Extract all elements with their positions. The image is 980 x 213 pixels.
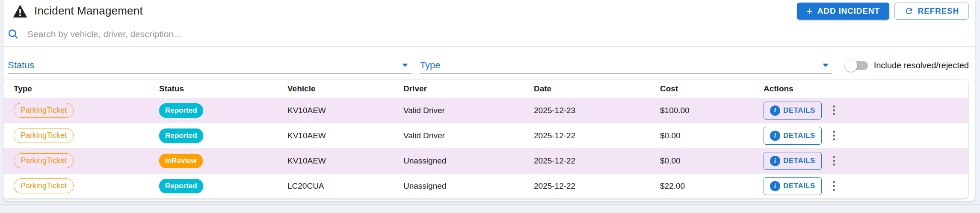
column-header-date: Date — [534, 80, 660, 98]
column-header-type: Type — [3, 80, 159, 98]
refresh-button[interactable]: REFRESH — [894, 3, 969, 20]
info-icon: i — [770, 105, 780, 116]
row-menu-kebab-icon[interactable] — [831, 104, 837, 117]
date-cell: 2025-12-23 — [534, 98, 660, 123]
date-cell: 2025-12-22 — [534, 148, 660, 173]
incident-type-chip: ParkingTicket — [14, 103, 74, 118]
details-button[interactable]: i DETAILS — [764, 102, 822, 120]
date-cell: 2025-12-22 — [534, 123, 660, 148]
row-menu-kebab-icon[interactable] — [831, 129, 837, 142]
add-incident-label: ADD INCIDENT — [817, 6, 880, 16]
type-filter-label: Type — [420, 60, 441, 71]
actions-cell: i DETAILS — [764, 173, 968, 198]
include-resolved-toggle[interactable] — [846, 61, 868, 70]
table-header-row: Type Status Vehicle Driver Date Cost Act… — [3, 80, 968, 98]
date-cell: 2025-12-22 — [534, 173, 660, 198]
vehicle-cell: KV10AEW — [287, 123, 403, 148]
vehicle-cell: LC20CUA — [287, 173, 403, 198]
chevron-down-icon — [823, 64, 829, 67]
status-badge: InReview — [159, 154, 203, 168]
vehicle-cell: KV10AEW — [287, 148, 403, 173]
details-label: DETAILS — [783, 182, 815, 190]
incident-table-card: Type Status Vehicle Driver Date Cost Act… — [3, 80, 968, 198]
driver-cell: Unassigned — [403, 173, 534, 198]
status-cell: InReview — [159, 148, 287, 173]
type-cell: ParkingTicket — [3, 123, 159, 148]
search-icon — [8, 29, 19, 40]
column-header-actions: Actions — [764, 80, 968, 98]
plus-icon: + — [806, 6, 813, 17]
page-title: Incident Management — [34, 4, 143, 18]
include-resolved-toggle-group: Include resolved/rejected — [846, 57, 969, 74]
type-cell: ParkingTicket — [3, 173, 159, 198]
bottom-divider — [0, 204, 980, 204]
status-filter-label: Status — [8, 60, 34, 71]
details-button[interactable]: i DETAILS — [764, 152, 822, 170]
column-header-driver: Driver — [403, 80, 534, 98]
info-icon: i — [770, 156, 780, 166]
add-incident-button[interactable]: + ADD INCIDENT — [797, 3, 889, 20]
status-filter-select[interactable]: Status — [8, 57, 412, 74]
column-header-cost: Cost — [660, 80, 764, 98]
cost-cell: $0.00 — [660, 148, 764, 173]
type-cell: ParkingTicket — [3, 98, 159, 123]
type-cell: ParkingTicket — [3, 148, 159, 173]
filter-row: Status Type Include resolved/rejected — [3, 47, 975, 74]
table-row: ParkingTicket InReview KV10AEW Unassigne… — [3, 148, 968, 173]
column-header-vehicle: Vehicle — [287, 80, 403, 98]
status-cell: Reported — [159, 123, 287, 148]
title-bar: Incident Management + ADD INCIDENT REFRE… — [3, 0, 975, 22]
table-row: ParkingTicket Reported LC20CUA Unassigne… — [3, 173, 968, 198]
cost-cell: $22.00 — [660, 173, 764, 198]
include-resolved-label: Include resolved/rejected — [874, 61, 969, 70]
incident-type-chip: ParkingTicket — [14, 178, 74, 193]
status-badge: Reported — [159, 128, 203, 143]
row-menu-kebab-icon[interactable] — [831, 179, 837, 193]
cost-cell: $0.00 — [660, 123, 764, 148]
vehicle-cell: KV10AEW — [287, 98, 403, 123]
driver-cell: Unassigned — [403, 148, 534, 173]
incident-type-chip: ParkingTicket — [14, 128, 74, 143]
details-label: DETAILS — [783, 157, 815, 165]
incident-table-body: ParkingTicket Reported KV10AEW Valid Dri… — [3, 98, 968, 198]
refresh-icon — [904, 6, 914, 16]
table-row: ParkingTicket Reported KV10AEW Valid Dri… — [3, 123, 968, 148]
row-menu-kebab-icon[interactable] — [831, 154, 837, 167]
table-row: ParkingTicket Reported KV10AEW Valid Dri… — [3, 98, 968, 123]
actions-cell: i DETAILS — [764, 123, 968, 148]
details-button[interactable]: i DETAILS — [764, 177, 822, 195]
details-label: DETAILS — [783, 131, 815, 140]
incident-type-chip: ParkingTicket — [14, 153, 74, 168]
incident-management-panel: Incident Management + ADD INCIDENT REFRE… — [3, 0, 975, 201]
driver-cell: Valid Driver — [403, 98, 534, 123]
cost-cell: $100.00 — [660, 98, 764, 123]
status-badge: Reported — [159, 103, 203, 118]
toggle-knob — [845, 59, 857, 72]
info-icon: i — [770, 131, 780, 141]
refresh-label: REFRESH — [918, 6, 959, 16]
actions-cell: i DETAILS — [764, 148, 968, 173]
status-cell: Reported — [159, 173, 287, 198]
actions-cell: i DETAILS — [764, 98, 968, 123]
warning-icon — [13, 5, 27, 18]
status-badge: Reported — [159, 179, 203, 193]
details-button[interactable]: i DETAILS — [764, 127, 822, 145]
column-header-status: Status — [159, 80, 287, 98]
driver-cell: Valid Driver — [403, 123, 534, 148]
details-label: DETAILS — [783, 106, 815, 115]
status-cell: Reported — [159, 98, 287, 123]
info-icon: i — [770, 181, 780, 191]
chevron-down-icon — [402, 64, 408, 67]
incident-table: Type Status Vehicle Driver Date Cost Act… — [3, 80, 968, 198]
type-filter-select[interactable]: Type — [420, 57, 832, 74]
search-bar — [3, 22, 975, 47]
search-input[interactable] — [27, 29, 971, 39]
